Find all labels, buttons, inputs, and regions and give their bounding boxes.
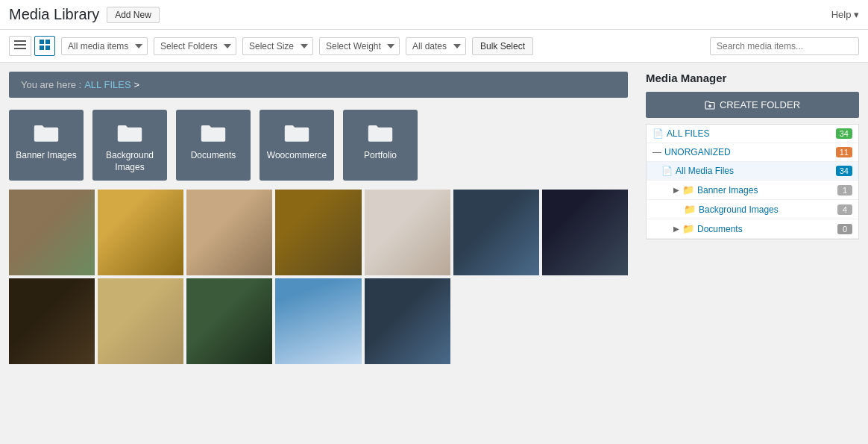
toolbar: All media items Select Folders Select Si… bbox=[0, 30, 868, 63]
tree-item-label[interactable]: Banner Images bbox=[697, 185, 834, 196]
folder-icon bbox=[283, 122, 310, 144]
image-thumb[interactable] bbox=[98, 278, 183, 364]
select-size-dropdown[interactable]: Select Size bbox=[242, 37, 313, 55]
page-title: Media Library bbox=[9, 6, 99, 23]
svg-rect-6 bbox=[45, 46, 50, 50]
grid-icon bbox=[40, 40, 50, 50]
folder-item[interactable]: Portfolio bbox=[343, 110, 418, 181]
all-dates-dropdown[interactable]: All dates bbox=[406, 37, 466, 55]
folder-plus-icon bbox=[705, 100, 715, 110]
tree-item-count: 34 bbox=[836, 166, 852, 176]
folder-item[interactable]: Background Images bbox=[92, 110, 167, 181]
image-thumb[interactable] bbox=[275, 278, 361, 364]
tree-item-banner-images[interactable]: ▶ 📁 Banner Images 1 bbox=[647, 181, 858, 200]
folder-icon: 📁 bbox=[682, 223, 694, 234]
create-folder-button[interactable]: CREATE FOLDER bbox=[646, 92, 859, 118]
tree-item-count: 34 bbox=[836, 128, 852, 139]
folder-label: Woocommerce bbox=[267, 150, 327, 162]
expand-icon[interactable]: ▶ bbox=[673, 225, 679, 233]
folder-icon bbox=[33, 122, 60, 144]
search-input[interactable] bbox=[710, 37, 859, 55]
svg-rect-3 bbox=[40, 40, 44, 44]
tree-item-label[interactable]: ALL FILES bbox=[667, 128, 833, 139]
breadcrumb-separator: > bbox=[134, 79, 140, 90]
top-bar-left: Media Library Add New bbox=[9, 6, 160, 23]
tree-item-documents[interactable]: ▶ 📁 Documents 0 bbox=[647, 219, 858, 239]
folder-icon: 📁 bbox=[684, 204, 696, 215]
image-thumb[interactable] bbox=[98, 190, 183, 275]
file-icon: 📄 bbox=[661, 166, 673, 176]
folder-label: Background Images bbox=[98, 150, 161, 173]
folder-label: Portfolio bbox=[364, 150, 397, 162]
svg-rect-1 bbox=[14, 44, 26, 46]
file-icon: 📄 bbox=[652, 128, 664, 139]
image-thumb[interactable] bbox=[186, 190, 272, 275]
tree-item-label[interactable]: UNORGANIZED bbox=[664, 147, 833, 157]
svg-rect-4 bbox=[45, 40, 50, 44]
images-grid bbox=[0, 187, 637, 367]
image-thumb[interactable] bbox=[365, 278, 450, 364]
select-weight-dropdown[interactable]: Select Weight bbox=[319, 37, 400, 55]
svg-rect-2 bbox=[14, 48, 26, 49]
sidebar-title: Media Manager bbox=[646, 72, 859, 84]
breadcrumb: You are here : ALL FILES > bbox=[9, 72, 628, 98]
tree-item-background-images[interactable]: 📁 Background Images 4 bbox=[647, 200, 858, 219]
tree-item-all-media-files[interactable]: 📄 All Media Files 34 bbox=[647, 162, 858, 181]
folder-icon bbox=[116, 122, 143, 144]
tree-item-label[interactable]: Documents bbox=[697, 224, 834, 234]
image-thumb[interactable] bbox=[9, 190, 95, 275]
tree-item-label[interactable]: All Media Files bbox=[676, 166, 833, 176]
image-thumb[interactable] bbox=[275, 190, 361, 275]
top-bar: Media Library Add New Help ▾ bbox=[0, 0, 868, 30]
main-content: You are here : ALL FILES > Banner Images… bbox=[0, 63, 868, 376]
folder-label: Banner Images bbox=[16, 150, 76, 162]
tree-item-count: 4 bbox=[837, 204, 852, 215]
svg-rect-5 bbox=[40, 46, 44, 50]
image-thumb[interactable] bbox=[453, 190, 539, 275]
minus-icon: — bbox=[652, 147, 661, 157]
tree-item-unorganized[interactable]: — UNORGANIZED 11 bbox=[647, 143, 858, 162]
file-tree: 📄 ALL FILES 34 — UNORGANIZED 11 📄 All Me… bbox=[646, 124, 859, 240]
add-new-button[interactable]: Add New bbox=[107, 7, 160, 23]
media-filter-select[interactable]: All media items bbox=[61, 37, 148, 55]
folder-icon: 📁 bbox=[682, 184, 694, 196]
help-button[interactable]: Help ▾ bbox=[831, 9, 859, 20]
image-thumb[interactable] bbox=[542, 190, 628, 275]
select-folders-dropdown[interactable]: Select Folders bbox=[154, 37, 236, 55]
view-toggle bbox=[9, 36, 55, 56]
folder-item[interactable]: Banner Images bbox=[9, 110, 84, 181]
tree-item-count: 1 bbox=[837, 185, 852, 196]
expand-icon[interactable]: ▶ bbox=[673, 186, 679, 194]
folder-item[interactable]: Documents bbox=[176, 110, 251, 181]
folder-label: Documents bbox=[191, 150, 236, 162]
tree-item-count: 11 bbox=[836, 147, 852, 157]
folder-icon bbox=[367, 122, 394, 144]
image-thumb[interactable] bbox=[365, 190, 450, 275]
folder-item[interactable]: Woocommerce bbox=[260, 110, 334, 181]
folders-section: Banner Images Background Images Document… bbox=[0, 98, 637, 187]
tree-item-label[interactable]: Background Images bbox=[699, 204, 834, 215]
list-icon bbox=[14, 40, 26, 49]
list-view-button[interactable] bbox=[9, 36, 31, 56]
grid-view-button[interactable] bbox=[34, 36, 55, 56]
bulk-select-button[interactable]: Bulk Select bbox=[472, 37, 533, 55]
create-folder-label: CREATE FOLDER bbox=[720, 99, 800, 110]
tree-item-all-files[interactable]: 📄 ALL FILES 34 bbox=[647, 125, 858, 143]
image-thumb[interactable] bbox=[186, 278, 272, 364]
folder-icon bbox=[200, 122, 227, 144]
content-area: You are here : ALL FILES > Banner Images… bbox=[0, 63, 637, 376]
all-files-link[interactable]: ALL FILES bbox=[84, 79, 130, 90]
tree-item-count: 0 bbox=[837, 224, 852, 234]
image-thumb[interactable] bbox=[9, 278, 95, 364]
svg-rect-0 bbox=[14, 40, 26, 42]
sidebar: Media Manager CREATE FOLDER 📄 ALL FILES … bbox=[637, 63, 868, 376]
you-are-here-label: You are here : bbox=[21, 79, 81, 90]
